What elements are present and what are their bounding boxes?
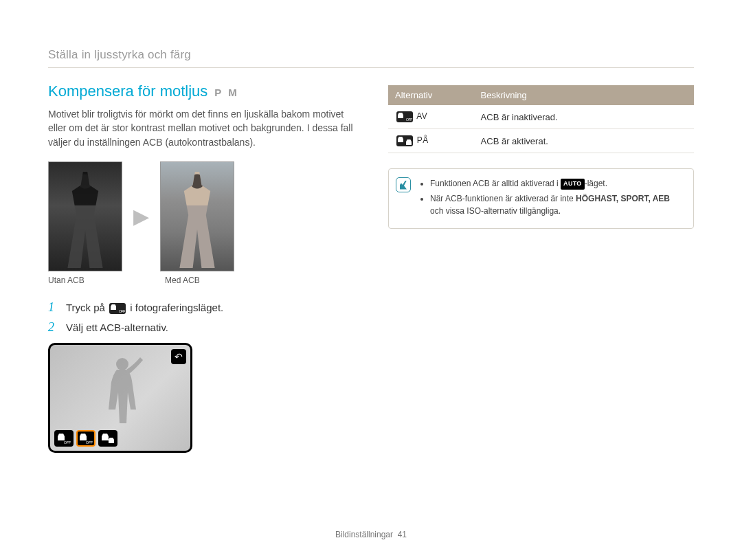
right-column: Alternativ Beskrivning AV ACB är inaktiv… <box>388 82 694 453</box>
silhouette-icon <box>96 355 144 423</box>
figure-person-bright <box>175 172 219 268</box>
photo-with-acb <box>160 161 234 271</box>
footer-page-number: 41 <box>398 530 407 539</box>
step-1: 1 Tryck på i fotograferingsläget. <box>48 300 354 315</box>
option-av: AV <box>388 105 474 129</box>
option-av-desc: ACB är inaktiverad. <box>474 105 694 129</box>
mode-badges: P M <box>214 87 238 98</box>
step-1-text: Tryck på i fotograferingsläget. <box>66 302 223 314</box>
auto-badge: AUTO <box>561 179 585 190</box>
screen-option-1[interactable]: OFF <box>54 430 74 447</box>
note-item-2: När ACB-funktionen är aktiverad är inte … <box>430 192 684 217</box>
breadcrumb: Ställa in ljusstyrka och färg <box>48 48 191 62</box>
compare-captions: Utan ACB Med ACB <box>48 276 354 285</box>
screen-option-bar: OFF OFF <box>54 430 117 447</box>
options-header-desc: Beskrivning <box>474 85 694 105</box>
photo-without-acb <box>48 161 122 271</box>
table-row: PÅ ACB är aktiverat. <box>388 129 694 153</box>
svg-point-0 <box>116 358 128 370</box>
section-title: Kompensera för motljus P M <box>48 82 354 100</box>
screen-option-2[interactable]: OFF <box>76 430 95 447</box>
table-row: AV ACB är inaktiverad. <box>388 105 694 129</box>
note-item-1: Funktionen ACB är alltid aktiverad i AUT… <box>430 177 684 190</box>
footer-section: Bildinställningar <box>335 530 393 539</box>
back-button-icon[interactable]: ↶ <box>171 349 186 364</box>
breadcrumb-rule <box>48 67 694 68</box>
acb-off-icon <box>396 111 413 122</box>
compare-row: ▶ <box>48 161 354 271</box>
acb-off-icon <box>109 303 126 314</box>
note-icon <box>396 177 411 192</box>
screen-option-3[interactable] <box>98 430 117 447</box>
options-table: Alternativ Beskrivning AV ACB är inaktiv… <box>388 85 694 153</box>
acb-on-icon <box>396 135 413 146</box>
option-pa: PÅ <box>388 129 474 153</box>
arrow-icon: ▶ <box>133 204 149 228</box>
caption-with-acb: Med ACB <box>165 276 239 285</box>
figure-person-dark <box>63 172 107 268</box>
note-box: Funktionen ACB är alltid aktiverad i AUT… <box>388 168 694 229</box>
caption-without-acb: Utan ACB <box>48 276 122 285</box>
page-footer: Bildinställningar 41 <box>0 530 742 539</box>
option-pa-desc: ACB är aktiverat. <box>474 129 694 153</box>
section-title-text: Kompensera för motljus <box>48 82 207 100</box>
steps-list: 1 Tryck på i fotograferingsläget. 2 Välj… <box>48 300 354 335</box>
options-header-alt: Alternativ <box>388 85 474 105</box>
left-column: Kompensera för motljus P M Motivet blir … <box>48 82 354 453</box>
section-body: Motivet blir troligtvis för mörkt om det… <box>48 107 354 149</box>
step-2: 2 Välj ett ACB-alternativ. <box>48 320 354 335</box>
step-2-number: 2 <box>48 320 59 335</box>
step-1-number: 1 <box>48 300 59 315</box>
camera-screen: ↶ OFF OFF <box>48 343 192 453</box>
step-2-text: Välj ett ACB-alternativ. <box>66 322 168 333</box>
